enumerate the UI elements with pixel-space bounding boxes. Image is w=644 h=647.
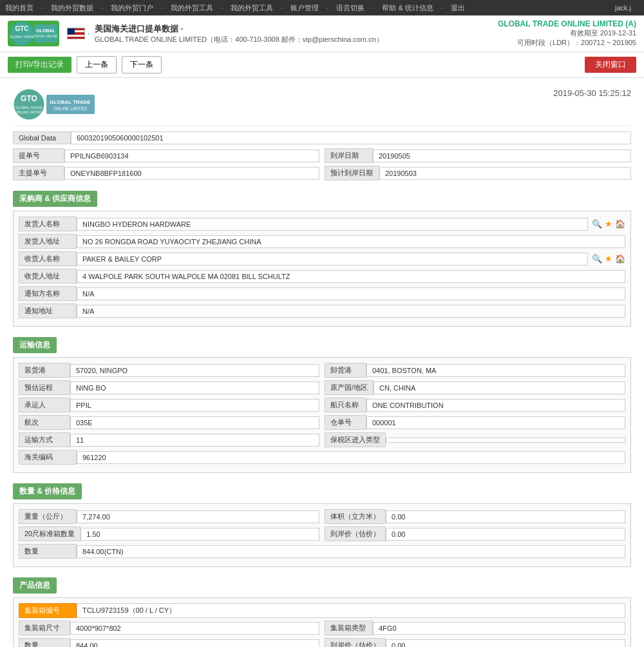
svg-text:ONLINE LIMITED: ONLINE LIMITED	[53, 106, 87, 111]
shipper-name-row: 发货人名称 NINGBO HYDERON HARDWARE 🔍 ★ 🏠	[19, 217, 625, 231]
arrival-date-group: 到岸日期 20190505	[325, 148, 631, 163]
customs-value: 961220	[77, 451, 625, 464]
transport-value: 11	[70, 434, 319, 447]
est-route-label: 预估运程	[19, 380, 70, 395]
weight-group: 重量（公斤） 7,274.00	[19, 509, 319, 524]
shipper-name-value: NINGBO HYDERON HARDWARE	[77, 218, 588, 231]
nav-trade-data[interactable]: 我的外贸数据	[51, 3, 93, 13]
next-button[interactable]: 下一条	[122, 56, 162, 73]
prev-button[interactable]: 上一条	[77, 56, 117, 73]
master-est-row: 主提单号 ONEYNB8BFP181600 预计到岸日期 20190503	[13, 166, 631, 180]
bill-arrival-row: 提单号 PPILNGB6903134 到岸日期 20190505	[13, 148, 631, 163]
nav-sep: ·	[327, 4, 328, 12]
load-port-label: 装货港	[19, 363, 70, 378]
svg-text:GTO: GTO	[21, 94, 37, 103]
est-route-group: 预估运程 NING BO	[19, 380, 319, 395]
origin-group: 原产国/地区 CN, CHINA	[325, 380, 625, 395]
nav-sep: ·	[41, 4, 43, 12]
nav-help[interactable]: 帮助 & 统计信息	[382, 3, 433, 13]
top-navigation: 我的首页 · 我的外贸数据 · 我的外贸门户 · 我的外贸工具 · 我的外贸工具…	[0, 0, 644, 15]
nav-tools[interactable]: 我的外贸工具	[171, 3, 213, 13]
notify-addr-value: N/A	[77, 305, 625, 318]
quantity-value: 844.00(CTN)	[77, 545, 625, 558]
bill-no-label: 提单号	[13, 148, 64, 163]
unload-port-value: 0401, BOSTON, MA	[366, 364, 625, 377]
container-size-group: 集装箱尺寸 4000*907*802	[19, 621, 319, 635]
home-icon[interactable]: 🏠	[615, 219, 625, 229]
container-type-group: 集装箱类型 4FG0	[325, 621, 625, 635]
nav-tools2[interactable]: 我的外贸工具	[231, 3, 273, 13]
nav-sep: ·	[161, 4, 163, 12]
voyage-value: 035E	[70, 416, 319, 429]
transport-label: 运输方式	[19, 432, 70, 447]
nav-account[interactable]: 账户管理	[290, 3, 319, 13]
voyage-group: 航次 035E	[19, 415, 319, 430]
carrier-vessel-row: 承运人 PPIL 船只名称 ONE CONTRIBUTION	[19, 398, 625, 412]
arrival-price-value: 0.00	[386, 528, 625, 541]
container-no-row: 集装箱编号 TCLU9723159（00 / L / CY）	[19, 603, 625, 618]
logo: GTC GLOBAL TRADE GLOBAL TRADE ONLINE	[8, 21, 59, 46]
container-type-label: 集装箱类型	[325, 621, 373, 635]
volume-group: 体积（立方米） 0.00	[325, 509, 625, 524]
quantity-label: 数量	[19, 544, 77, 559]
print-button[interactable]: 打印/导出记录	[8, 57, 71, 73]
voyage-warehouse-row: 航次 035E 仓单号 000001	[19, 415, 625, 430]
volume-value: 0.00	[386, 510, 625, 523]
global-data-label: Global Data	[13, 131, 71, 144]
arrival-date-value: 20190505	[373, 150, 631, 162]
container20-label: 20尺标准箱数量	[19, 526, 80, 541]
nav-language[interactable]: 语言切换	[336, 3, 365, 13]
page-title: 美国海关进口提单数据 ·	[95, 24, 183, 34]
unload-port-label: 卸货港	[325, 363, 366, 378]
product-section-title: 产品信息	[13, 577, 57, 594]
quantity-row: 数量 844.00(CTN)	[19, 544, 625, 559]
shipper-addr-label: 发货人地址	[19, 234, 77, 249]
product-price-group: 到岸价（估价） 0.00	[325, 638, 625, 647]
consignee-icons: 🔍 ★ 🏠	[592, 254, 625, 264]
header-right: GLOBAL TRADE ONLINE LIMITED (A) 有效期至 201…	[498, 19, 636, 48]
carrier-group: 承运人 PPIL	[19, 398, 319, 412]
est-arrival-label: 预计到岸日期	[325, 166, 379, 180]
search-icon-2[interactable]: 🔍	[592, 254, 602, 264]
star-icon-2[interactable]: ★	[605, 254, 612, 264]
notify-name-value: N/A	[77, 287, 625, 300]
nav-sep: ·	[372, 4, 374, 12]
company-name: GLOBAL TRADE ONLINE LIMITED (A)	[498, 19, 636, 28]
star-icon[interactable]: ★	[605, 219, 612, 229]
weight-value: 7,274.00	[77, 510, 319, 523]
container-size-type-row: 集装箱尺寸 4000*907*802 集装箱类型 4FG0	[19, 621, 625, 635]
notify-addr-row: 通知地址 N/A	[19, 304, 625, 318]
home-icon-2[interactable]: 🏠	[615, 254, 625, 264]
consignee-name-value: PAKER & BAILEY CORP	[77, 253, 588, 266]
consignee-addr-row: 收货人地址 4 WALPOLE PARK SOUTH WALPOLE MA 02…	[19, 269, 625, 284]
origin-label: 原产国/地区	[325, 380, 374, 395]
flag-separator: ·	[88, 30, 90, 37]
nav-logout[interactable]: 退出	[451, 3, 465, 13]
search-icon[interactable]: 🔍	[592, 219, 602, 229]
consignee-name-label: 收货人名称	[19, 251, 77, 266]
nav-home[interactable]: 我的首页	[5, 3, 33, 13]
weight-label: 重量（公斤）	[19, 509, 77, 524]
free-trade-group: 保税区进入类型	[325, 432, 625, 447]
arrival-price-group: 到岸价（估价） 0.00	[325, 526, 625, 541]
doc-logo-svg: GTO GLOBAL TRADE ONLINE LIMITED GLOBAL T…	[13, 88, 97, 121]
nav-portal[interactable]: 我的外贸门户	[111, 3, 153, 13]
transport-freetrade-row: 运输方式 11 保税区进入类型	[19, 432, 625, 447]
load-port-value: 57020, NINGPO	[70, 364, 319, 377]
est-arrival-value: 20190503	[379, 167, 631, 180]
master-bill-value: ONEYNB8BFP181600	[64, 167, 319, 180]
quantity-section: 数量 & 价格信息 重量（公斤） 7,274.00 体积（立方米） 0.00	[13, 478, 631, 567]
svg-rect-3	[34, 24, 57, 43]
product-price-label: 到岸价（估价）	[325, 638, 386, 647]
customs-row: 海关编码 961220	[19, 450, 625, 465]
weight-volume-row: 重量（公斤） 7,274.00 体积（立方米） 0.00	[19, 509, 625, 524]
est-arrival-group: 预计到岸日期 20190503	[325, 166, 631, 180]
warehouse-group: 仓单号 000001	[325, 415, 625, 430]
container-size-value: 4000*907*802	[70, 622, 319, 635]
close-button[interactable]: 关闭窗口	[585, 57, 636, 73]
nav-sep: ·	[101, 4, 103, 12]
free-trade-label: 保税区进入类型	[325, 432, 386, 447]
notify-addr-label: 通知地址	[19, 304, 77, 318]
document-header: GTO GLOBAL TRADE ONLINE LIMITED GLOBAL T…	[13, 83, 631, 126]
validity: 有效期至 2019-12-31	[498, 28, 636, 38]
